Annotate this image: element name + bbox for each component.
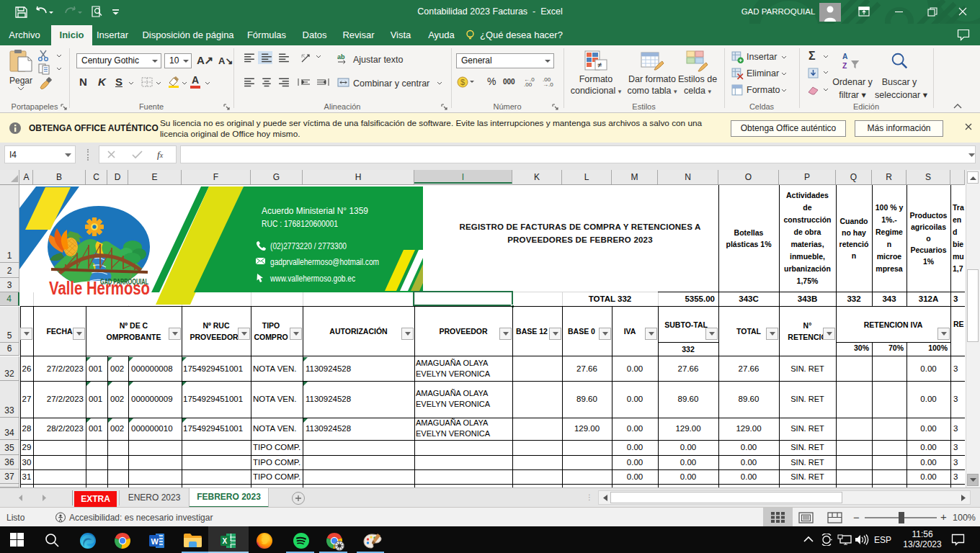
svg-text:→.0: →.0 (543, 81, 553, 87)
svg-text:Valle Hermoso: Valle Hermoso (49, 278, 150, 298)
svg-text:≠: ≠ (597, 60, 602, 69)
svg-text:ab: ab (337, 53, 345, 60)
svg-text:(02)2773220 / 2773300: (02)2773220 / 2773300 (270, 241, 347, 251)
svg-text:$: $ (460, 78, 465, 86)
svg-text:Z: Z (842, 62, 847, 70)
svg-text:.00: .00 (524, 81, 533, 87)
svg-text:Acuerdo Ministerial N° 1359: Acuerdo Ministerial N° 1359 (262, 205, 368, 216)
svg-text:A: A (842, 53, 848, 60)
svg-text:X: X (223, 537, 228, 545)
svg-text:RUC : 1768120600001: RUC : 1768120600001 (262, 218, 338, 229)
svg-text:gadprvallehermoso@hotmail.com: gadprvallehermoso@hotmail.com (270, 257, 379, 267)
svg-text:W: W (151, 537, 159, 546)
svg-text:www.vallehermoso.gob.ec: www.vallehermoso.gob.ec (270, 274, 355, 284)
